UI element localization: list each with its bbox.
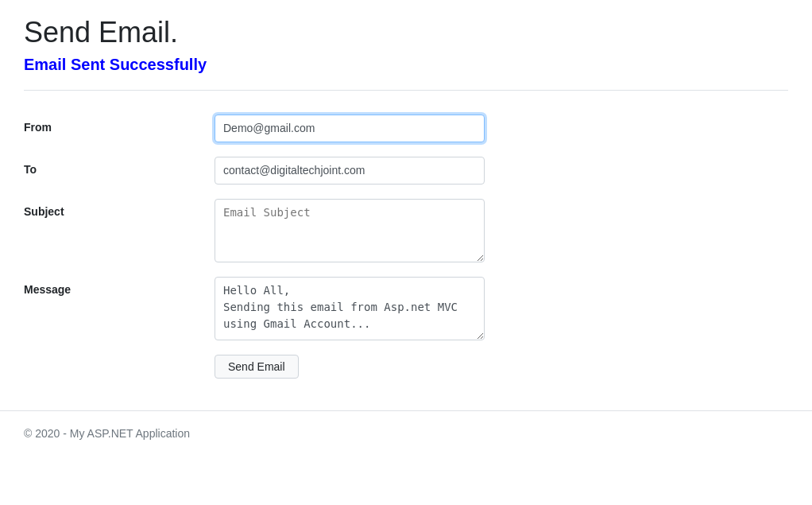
page-wrapper: Send Email. Email Sent Successfully From… [0, 0, 812, 402]
message-row: Message [24, 277, 788, 340]
from-label: From [24, 115, 215, 134]
footer: © 2020 - My ASP.NET Application [0, 411, 812, 456]
from-input[interactable] [215, 115, 485, 142]
subject-row: Subject [24, 199, 788, 262]
email-form: From To Subject Message Send Email [24, 107, 788, 402]
top-divider [24, 90, 788, 91]
subject-textarea[interactable] [215, 199, 485, 262]
to-label: To [24, 157, 215, 176]
footer-text: © 2020 - My ASP.NET Application [24, 427, 190, 440]
success-message: Email Sent Successfully [24, 56, 788, 74]
subject-label: Subject [24, 199, 215, 218]
to-row: To [24, 157, 788, 185]
page-title: Send Email. [24, 16, 788, 49]
message-label: Message [24, 277, 215, 296]
to-input[interactable] [215, 157, 485, 185]
send-email-button[interactable]: Send Email [215, 355, 299, 379]
from-row: From [24, 115, 788, 142]
message-textarea[interactable] [215, 277, 485, 340]
submit-row: Send Email [24, 355, 788, 394]
